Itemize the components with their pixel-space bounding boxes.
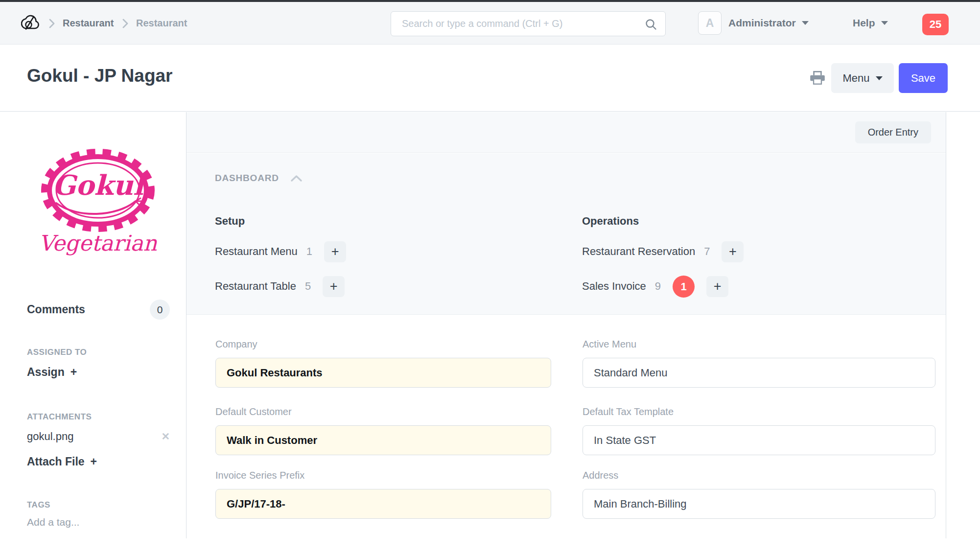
chevron-down-icon [802, 21, 809, 25]
app-cloud-logo-icon[interactable] [21, 14, 41, 32]
field-label: Active Menu [583, 339, 935, 350]
dashboard-collapse-toggle[interactable]: DASHBOARD [215, 173, 303, 184]
default-customer-input[interactable] [215, 425, 551, 455]
assign-label: Assign [27, 366, 65, 379]
sales-invoice-open-count-badge[interactable]: 1 [673, 276, 695, 298]
breadcrumb-chevron-icon [121, 18, 129, 29]
field-default-tax-template: Default Tax Template [583, 406, 935, 455]
gokul-vegetarian-logo: Gokul Vegetarian [26, 145, 170, 262]
comments-link[interactable]: Comments 0 [27, 300, 170, 320]
user-avatar[interactable]: A [698, 11, 722, 35]
field-active-menu: Active Menu [583, 339, 935, 388]
field-label: Address [583, 470, 935, 481]
dashboard-row-restaurant-table: Restaurant Table 5 + [215, 276, 346, 297]
form-sidebar: Gokul Vegetarian Comments 0 ASSIGNED TO … [0, 112, 186, 556]
help-label: Help [853, 17, 875, 29]
plus-icon: + [91, 455, 97, 468]
dashboard-column-title: Setup [215, 215, 346, 228]
dashboard-column-title: Operations [582, 215, 744, 228]
page-title: Gokul - JP Nagar [27, 66, 172, 86]
address-input[interactable] [583, 489, 935, 519]
restaurant-reservation-count: 7 [704, 245, 710, 258]
print-icon[interactable] [809, 70, 826, 86]
dashboard-row-sales-invoice: Sales Invoice 9 1 + [582, 276, 744, 297]
form-toolbar: Order Entry [187, 112, 946, 153]
logo-wordmark: Gokul [52, 169, 146, 201]
dashboard-section: DASHBOARD Setup Restaurant Menu 1 + Rest… [187, 153, 946, 315]
dashboard-row-restaurant-menu: Restaurant Menu 1 + [215, 241, 346, 262]
search-input[interactable] [391, 12, 665, 36]
dashboard-column-operations: Operations Restaurant Reservation 7 + Sa… [582, 215, 744, 297]
chevron-down-icon [876, 76, 883, 80]
add-tag-input[interactable]: Add a tag... [27, 516, 79, 528]
comments-label: Comments [27, 303, 85, 316]
user-menu-label: Administrator [728, 17, 796, 29]
plus-icon: + [70, 366, 77, 379]
new-restaurant-table-button[interactable]: + [323, 276, 345, 297]
company-input[interactable] [215, 358, 551, 388]
breadcrumb-chevron-icon [48, 18, 56, 29]
breadcrumb-restaurant-doctype[interactable]: Restaurant [136, 2, 187, 44]
desk-page: Restaurant Restaurant A Administrator He… [0, 0, 980, 556]
field-label: Default Tax Template [583, 406, 935, 417]
navbar: Restaurant Restaurant A Administrator He… [0, 2, 980, 45]
new-sales-invoice-button[interactable]: + [706, 276, 728, 297]
chevron-down-icon [881, 21, 888, 25]
sales-invoice-count: 9 [655, 280, 661, 293]
comments-count-badge: 0 [150, 300, 170, 320]
restaurant-table-count: 5 [305, 280, 311, 293]
save-button[interactable]: Save [899, 63, 948, 93]
restaurant-menu-count: 1 [306, 245, 312, 258]
field-label: Company [215, 339, 551, 350]
invoice-series-prefix-input[interactable] [215, 489, 551, 519]
restaurant-table-link[interactable]: Restaurant Table [215, 280, 296, 293]
new-restaurant-menu-button[interactable]: + [324, 241, 346, 262]
sales-invoice-link[interactable]: Sales Invoice [582, 280, 646, 293]
default-tax-template-input[interactable] [583, 425, 935, 455]
tags-heading: TAGS [27, 500, 50, 510]
search-icon[interactable] [645, 18, 657, 31]
assign-button[interactable]: Assign + [27, 366, 77, 379]
notifications-count-badge[interactable]: 25 [922, 14, 949, 35]
field-address: Address [583, 470, 935, 519]
attach-file-label: Attach File [27, 455, 85, 468]
attach-file-button[interactable]: Attach File + [27, 455, 97, 468]
remove-attachment-icon[interactable]: ✕ [161, 431, 170, 442]
restaurant-reservation-link[interactable]: Restaurant Reservation [582, 245, 695, 258]
restaurant-menu-link[interactable]: Restaurant Menu [215, 245, 298, 258]
menu-button-label: Menu [842, 72, 869, 85]
chevron-up-icon [290, 174, 303, 183]
form-body: Order Entry DASHBOARD Setup Restaurant M… [186, 112, 946, 538]
logo-subtext: Vegetarian [39, 231, 157, 255]
active-menu-input[interactable] [583, 358, 935, 388]
page-head: Gokul - JP Nagar Menu Save [0, 45, 980, 112]
field-company: Company [215, 339, 551, 388]
breadcrumb-restaurant-module[interactable]: Restaurant [63, 2, 114, 44]
new-restaurant-reservation-button[interactable]: + [722, 241, 744, 262]
field-label: Default Customer [215, 406, 551, 417]
dashboard-row-restaurant-reservation: Restaurant Reservation 7 + [582, 241, 744, 262]
attachment-row: gokul.png ✕ [27, 430, 170, 443]
field-default-customer: Default Customer [215, 406, 551, 455]
menu-dropdown-button[interactable]: Menu [831, 63, 894, 93]
order-entry-button[interactable]: Order Entry [855, 121, 931, 143]
assigned-to-heading: ASSIGNED TO [27, 348, 87, 357]
dashboard-heading: DASHBOARD [215, 173, 279, 184]
user-menu-dropdown[interactable]: Administrator [728, 2, 809, 44]
field-invoice-series-prefix: Invoice Series Prefix [215, 470, 551, 519]
form-fields-section: Company Active Menu Default Customer Def… [187, 315, 946, 538]
attachment-link[interactable]: gokul.png [27, 430, 73, 443]
help-dropdown[interactable]: Help [853, 2, 888, 44]
dashboard-column-setup: Setup Restaurant Menu 1 + Restaurant Tab… [215, 215, 346, 297]
field-label: Invoice Series Prefix [215, 470, 551, 481]
global-search [391, 11, 666, 36]
attachments-heading: ATTACHMENTS [27, 412, 92, 422]
